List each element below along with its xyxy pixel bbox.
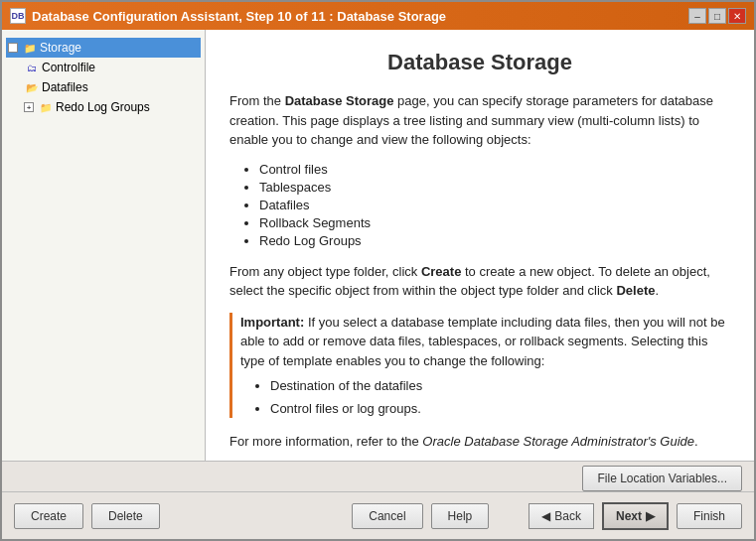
bullet-redo-log-groups: Redo Log Groups [259, 233, 730, 248]
intro-paragraph: From the Database Storage page, you can … [229, 91, 730, 150]
delete-bold: Delete [616, 283, 655, 298]
next-label: Next [616, 509, 642, 523]
file-location-variables-button[interactable]: File Location Variables... [582, 466, 742, 491]
sidebar-item-datafiles[interactable]: 📂 Datafiles [22, 77, 201, 97]
important-label: Important: [240, 315, 304, 330]
back-label: Back [554, 509, 581, 523]
next-arrow-icon: ▶ [646, 509, 655, 523]
expand-icon-storage[interactable]: − [8, 43, 18, 53]
bullet-tablespaces: Tablespaces [259, 180, 730, 195]
main-panel: Database Storage From the Database Stora… [206, 30, 754, 461]
back-button[interactable]: ◀ Back [529, 503, 594, 529]
tree-child-controlfile: 🗂 Controlfile [22, 58, 201, 77]
main-window: DB Database Configuration Assistant, Ste… [0, 0, 756, 541]
folder-icon-redo: 📁 [38, 99, 54, 115]
important-bullet-control-files: Control files or log groups. [270, 399, 730, 419]
file-location-bar: File Location Variables... [2, 461, 754, 491]
sidebar-label-datafiles: Datafiles [42, 80, 88, 94]
sidebar-tree: − 📁 Storage 🗂 Controlfile 📂 Datafiles [2, 30, 206, 461]
content-area: − 📁 Storage 🗂 Controlfile 📂 Datafiles [2, 30, 754, 461]
bullet-control-files: Control files [259, 162, 730, 177]
folder-icon-storage: 📁 [22, 40, 38, 56]
footer-right-buttons: Cancel Help ◀ Back Next ▶ Finish [352, 502, 742, 530]
sidebar-item-storage[interactable]: − 📁 Storage [6, 38, 201, 58]
sidebar-item-redo-log-groups[interactable]: + 📁 Redo Log Groups [22, 97, 201, 117]
delete-button[interactable]: Delete [91, 503, 160, 529]
sidebar-label-controlfile: Controlfile [42, 61, 95, 74]
window-title: Database Configuration Assistant, Step 1… [32, 9, 446, 24]
sidebar-label-storage: Storage [40, 41, 81, 55]
sidebar-item-controlfile[interactable]: 🗂 Controlfile [22, 58, 201, 77]
db-icon-controlfile: 🗂 [24, 60, 40, 75]
titlebar-controls: – □ ✕ [688, 8, 746, 24]
footer-bar: Create Delete Cancel Help ◀ Back Next ▶ … [2, 491, 754, 539]
folder-icon-datafiles: 📂 [24, 79, 40, 95]
important-bullet-destination: Destination of the datafiles [270, 376, 730, 396]
maximize-button[interactable]: □ [708, 8, 726, 24]
footer-left-buttons: Create Delete [14, 503, 160, 529]
minimize-button[interactable]: – [688, 8, 706, 24]
page-title: Database Storage [229, 50, 730, 75]
expand-icon-redo[interactable]: + [24, 102, 34, 112]
footer-reference: For more information, refer to the Oracl… [229, 432, 730, 452]
important-section: Important: If you select a database temp… [229, 313, 730, 419]
objects-list: Control files Tablespaces Datafiles Roll… [259, 162, 730, 248]
important-bullets: Destination of the datafiles Control fil… [270, 376, 730, 418]
tree-child-datafiles: 📂 Datafiles [22, 77, 201, 97]
tree-child-redo: + 📁 Redo Log Groups [22, 97, 201, 117]
next-button[interactable]: Next ▶ [602, 502, 669, 530]
guide-reference: Oracle Database Storage Administrator's … [422, 434, 694, 449]
help-button[interactable]: Help [431, 503, 490, 529]
titlebar-left: DB Database Configuration Assistant, Ste… [10, 8, 446, 24]
close-button[interactable]: ✕ [728, 8, 746, 24]
finish-button[interactable]: Finish [677, 503, 742, 529]
sidebar-label-redo-log-groups: Redo Log Groups [56, 100, 150, 114]
bullet-datafiles: Datafiles [259, 198, 730, 212]
cancel-button[interactable]: Cancel [352, 503, 422, 529]
section1-paragraph: From any object type folder, click Creat… [229, 262, 730, 301]
bullet-rollback-segments: Rollback Segments [259, 215, 730, 230]
titlebar: DB Database Configuration Assistant, Ste… [2, 2, 754, 30]
create-bold: Create [421, 264, 461, 279]
back-arrow-icon: ◀ [541, 509, 550, 523]
intro-bold: Database Storage [285, 93, 394, 108]
app-icon: DB [10, 8, 26, 24]
create-button[interactable]: Create [14, 503, 83, 529]
